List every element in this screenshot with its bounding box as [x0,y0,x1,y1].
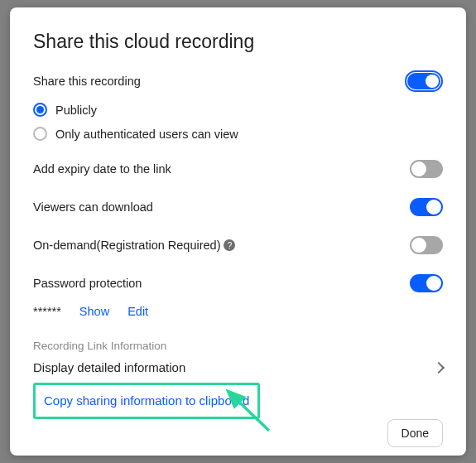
share-radio-group: Publicly Only authenticated users can vi… [33,98,443,146]
display-detailed-row[interactable]: Display detailed information [33,360,443,374]
password-masked: ****** [33,305,61,318]
expiry-toggle[interactable] [410,160,443,178]
share-label: Share this recording [33,75,141,88]
footer: Done [33,419,443,447]
password-label: Password protection [33,277,142,290]
radio-publicly[interactable]: Publicly [33,98,443,122]
expiry-label: Add expiry date to the link [33,162,171,176]
help-icon[interactable]: ? [224,239,235,251]
show-password-link[interactable]: Show [79,305,109,318]
password-toggle[interactable] [410,274,443,292]
copy-sharing-link[interactable]: Copy sharing information to clipboard [44,393,249,408]
ondemand-label-wrap: On-demand(Registration Required) ? [33,239,235,252]
radio-authenticated[interactable]: Only authenticated users can view [33,122,443,146]
password-line: ****** Show Edit [33,305,443,318]
done-button[interactable]: Done [387,419,443,447]
panel-title: Share this cloud recording [33,31,443,53]
share-toggle[interactable] [405,70,443,92]
ondemand-row: On-demand(Registration Required) ? [33,235,443,255]
edit-password-link[interactable]: Edit [127,305,148,318]
radio-publicly-label: Publicly [55,104,97,117]
ondemand-toggle[interactable] [410,236,443,254]
ondemand-label: On-demand(Registration Required) [33,239,220,252]
download-label: Viewers can download [33,200,153,214]
share-recording-panel: Share this cloud recording Share this re… [10,7,466,456]
expiry-row: Add expiry date to the link [33,159,443,179]
share-toggle-row: Share this recording [33,71,443,91]
section-label: Recording Link Information [33,340,443,352]
display-detailed-label: Display detailed information [33,360,185,374]
radio-authenticated-icon [33,127,47,141]
download-toggle[interactable] [410,198,443,216]
radio-authenticated-label: Only authenticated users can view [55,128,238,141]
copy-highlight-box: Copy sharing information to clipboard [33,383,260,419]
download-row: Viewers can download [33,197,443,217]
radio-publicly-icon [33,103,47,117]
chevron-right-icon [433,361,445,373]
password-row: Password protection [33,273,443,293]
